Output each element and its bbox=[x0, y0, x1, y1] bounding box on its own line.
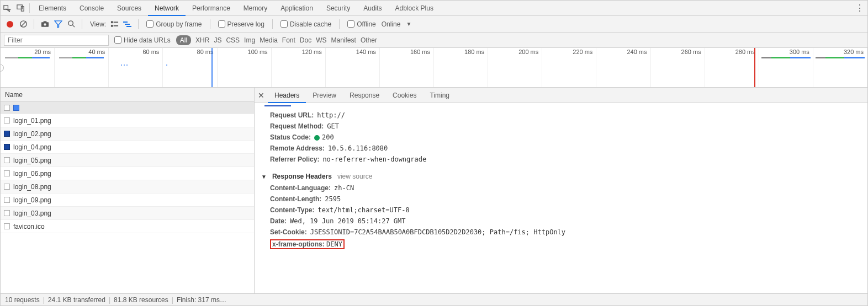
svg-point-7 bbox=[44, 23, 46, 25]
tab-response[interactable]: Response bbox=[343, 88, 386, 103]
date-header: Date:Wed, 19 Jun 2019 05:14:27 GMT bbox=[261, 216, 861, 227]
svg-rect-6 bbox=[43, 21, 46, 23]
disable-cache-checkbox[interactable]: Disable cache bbox=[278, 20, 334, 28]
request-row[interactable]: login_04.png bbox=[1, 141, 254, 154]
main-tabs: Elements Console Sources Network Perform… bbox=[1, 1, 867, 16]
tab-headers[interactable]: Headers bbox=[268, 88, 306, 103]
filter-media[interactable]: Media bbox=[260, 36, 278, 44]
file-swatch-icon bbox=[4, 197, 10, 203]
separator bbox=[210, 19, 210, 29]
value: http:// bbox=[317, 111, 345, 119]
label: Request URL: bbox=[270, 111, 314, 119]
tab-audits[interactable]: Audits bbox=[357, 1, 388, 16]
tab-elements[interactable]: Elements bbox=[32, 1, 73, 16]
record-icon[interactable] bbox=[5, 19, 15, 29]
filter-xhr[interactable]: XHR bbox=[195, 36, 209, 44]
name-column-header[interactable]: Name bbox=[1, 88, 254, 102]
label: Set-Cookie: bbox=[270, 228, 307, 236]
type-filters: All XHR JS CSS Img Media Font Doc WS Man… bbox=[176, 35, 377, 45]
separator bbox=[272, 19, 273, 29]
view-source-link[interactable]: view source bbox=[337, 173, 372, 180]
throttle-select[interactable]: Online ▼ bbox=[382, 20, 412, 28]
search-icon[interactable] bbox=[66, 19, 76, 29]
tab-timing[interactable]: Timing bbox=[423, 88, 456, 103]
more-menu-icon[interactable]: ⋮ bbox=[852, 3, 867, 13]
label: Content-Type: bbox=[270, 206, 314, 214]
device-toggle-icon[interactable] bbox=[14, 1, 27, 16]
tab-cookies[interactable]: Cookies bbox=[386, 88, 423, 103]
separator bbox=[34, 19, 34, 29]
request-row[interactable]: login_08.png bbox=[1, 180, 254, 194]
svg-rect-12 bbox=[111, 24, 113, 26]
selected-request-row[interactable] bbox=[1, 102, 254, 114]
value: text/html;charset=UTF-8 bbox=[317, 206, 409, 214]
details-panel: ✕ Headers Preview Response Cookies Timin… bbox=[255, 88, 867, 293]
tab-application[interactable]: Application bbox=[274, 1, 320, 16]
filter-css[interactable]: CSS bbox=[226, 36, 240, 44]
section-title: Response Headers bbox=[272, 173, 332, 180]
tick-label: 200 ms bbox=[518, 49, 538, 55]
label: Referrer Policy: bbox=[270, 155, 319, 163]
tab-sources[interactable]: Sources bbox=[110, 1, 148, 16]
filter-manifest[interactable]: Manifest bbox=[331, 36, 356, 44]
label: x-frame-options: bbox=[272, 240, 325, 248]
file-swatch-icon bbox=[4, 184, 10, 190]
label: Content-Length: bbox=[270, 195, 321, 203]
svg-line-9 bbox=[72, 25, 75, 27]
preserve-log-checkbox[interactable]: Preserve log bbox=[216, 20, 267, 28]
group-by-frame-checkbox[interactable]: Group by frame bbox=[144, 20, 204, 28]
request-row[interactable]: login_05.png bbox=[1, 154, 254, 167]
filter-ws[interactable]: WS bbox=[316, 36, 326, 44]
request-row[interactable]: login_03.png bbox=[1, 207, 254, 220]
status-requests: 10 requests bbox=[5, 296, 40, 304]
request-row[interactable]: login_09.png bbox=[1, 194, 254, 207]
request-row[interactable]: login_06.png bbox=[1, 167, 254, 180]
filter-img[interactable]: Img bbox=[244, 36, 255, 44]
filter-font[interactable]: Font bbox=[282, 36, 295, 44]
value: 10.5.6.116:8080 bbox=[328, 144, 388, 152]
inspect-icon[interactable] bbox=[1, 1, 14, 16]
filter-js[interactable]: JS bbox=[214, 36, 221, 44]
screenshot-icon[interactable] bbox=[40, 19, 50, 29]
svg-point-8 bbox=[68, 21, 72, 25]
close-icon[interactable]: ✕ bbox=[255, 91, 268, 100]
request-row[interactable]: login_01.png bbox=[1, 114, 254, 127]
request-row[interactable]: favicon.ico bbox=[1, 220, 254, 233]
tab-preview[interactable]: Preview bbox=[306, 88, 343, 103]
tab-performance[interactable]: Performance bbox=[186, 1, 237, 16]
hide-data-urls-checkbox[interactable]: Hide data URLs bbox=[114, 36, 171, 44]
filter-input[interactable] bbox=[4, 35, 109, 46]
request-row[interactable]: login_02.png bbox=[1, 127, 254, 141]
content-language: Content-Language:zh-CN bbox=[261, 182, 861, 194]
waterfall-icon[interactable] bbox=[123, 19, 133, 29]
tab-console[interactable]: Console bbox=[73, 1, 110, 16]
timeline-overview[interactable]: 20 ms 40 ms 60 ms 80 ms 100 ms 120 ms 14… bbox=[1, 48, 867, 88]
tab-network[interactable]: Network bbox=[148, 1, 186, 16]
status-transferred: 24.1 KB transferred bbox=[48, 296, 105, 304]
response-headers-section[interactable]: ▼ Response Headers view source bbox=[261, 168, 861, 182]
filter-icon[interactable] bbox=[53, 19, 63, 29]
tab-adblock[interactable]: Adblock Plus bbox=[389, 1, 440, 16]
filter-all[interactable]: All bbox=[176, 35, 191, 45]
large-rows-icon[interactable] bbox=[109, 19, 119, 29]
svg-rect-10 bbox=[111, 21, 113, 23]
offline-checkbox[interactable]: Offline bbox=[345, 20, 378, 28]
tab-security[interactable]: Security bbox=[320, 1, 357, 16]
headers-content: Request URL:http:// Request Method:GET S… bbox=[255, 103, 867, 293]
tick-label: 20 ms bbox=[34, 49, 51, 55]
triangle-down-icon: ▼ bbox=[261, 174, 267, 180]
content-split: Name login_01.pnglogin_02.pnglogin_04.pn… bbox=[1, 88, 867, 293]
label: Remote Address: bbox=[270, 144, 325, 152]
tab-memory[interactable]: Memory bbox=[237, 1, 274, 16]
file-name: login_04.png bbox=[13, 143, 51, 151]
filter-doc[interactable]: Doc bbox=[300, 36, 311, 44]
tick-label: 60 ms bbox=[142, 49, 159, 55]
file-name: favicon.ico bbox=[13, 223, 45, 230]
clear-icon[interactable] bbox=[18, 19, 28, 29]
tick-label: 300 ms bbox=[790, 49, 809, 55]
status-code: Status Code:200 bbox=[261, 132, 861, 143]
tick-label: 320 ms bbox=[844, 49, 864, 55]
filter-other[interactable]: Other bbox=[361, 36, 377, 44]
disable-cache-label: Disable cache bbox=[290, 20, 331, 28]
separator bbox=[138, 19, 139, 29]
